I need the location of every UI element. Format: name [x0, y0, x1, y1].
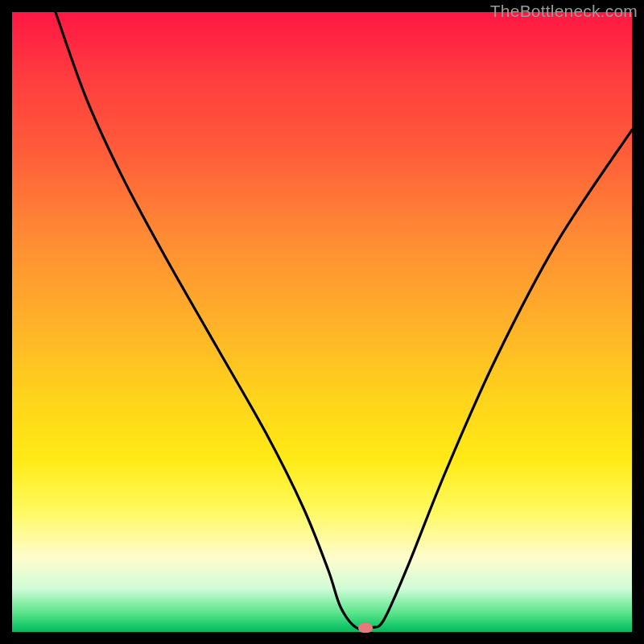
bottleneck-curve [12, 12, 632, 632]
plot-area [12, 12, 632, 632]
chart-stage: TheBottleneck.com [0, 0, 644, 644]
curve-path [56, 12, 632, 630]
watermark-label: TheBottleneck.com [490, 2, 638, 21]
optimal-marker [358, 623, 373, 633]
